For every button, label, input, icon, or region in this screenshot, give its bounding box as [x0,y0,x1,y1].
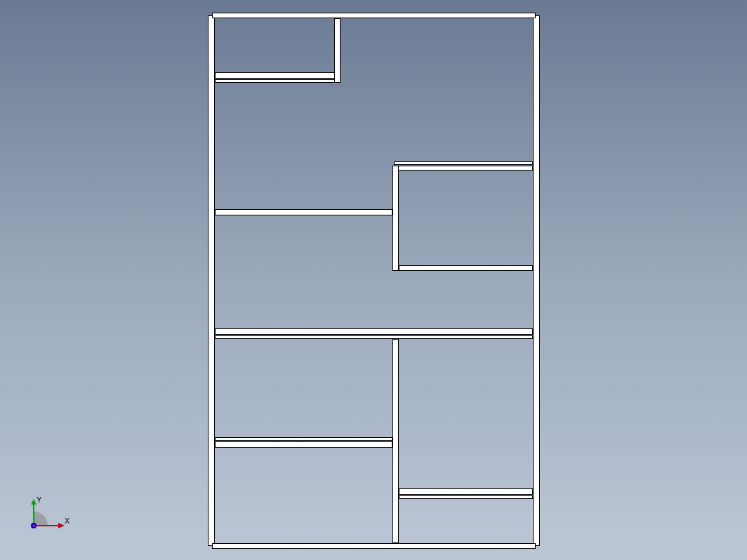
frame-mid-divider-vertical [392,166,399,271]
cad-viewport[interactable]: Y X [0,0,747,560]
frame-mid-right-lower-shelf [399,265,533,271]
frame-large-mid-shelf-lower [215,335,533,339]
frame-outer-top [212,13,536,18]
frame-large-mid-shelf [215,328,533,335]
frame-top-shelf-left-upper [215,72,338,79]
frame-outer-bottom [212,543,536,549]
x-axis-arrow [58,523,65,528]
frame-top-divider-vertical [334,18,341,83]
y-axis-arrow [31,499,37,505]
model-shelving-frame[interactable] [208,13,540,549]
frame-top-shelf-left-lower [215,79,338,83]
frame-bottom-left-shelf [215,441,392,448]
frame-bottom-right-shelf-lower [399,495,533,499]
coordinate-triad[interactable]: Y X [21,495,77,538]
frame-bottom-left-shelf-upper [215,437,392,441]
frame-mid-shelf-left [215,209,392,215]
frame-outer-left [208,15,215,546]
x-axis-label: X [65,516,70,525]
frame-bottom-right-shelf [399,488,533,495]
frame-outer-right [533,15,540,546]
frame-upper-mid-right-shelf-top [394,161,533,165]
frame-upper-mid-right-shelf [394,166,533,171]
triad-plane-shade [34,512,48,526]
origin-marker [33,525,35,527]
y-axis-label: Y [37,495,42,504]
frame-lower-divider-vertical [392,339,399,543]
